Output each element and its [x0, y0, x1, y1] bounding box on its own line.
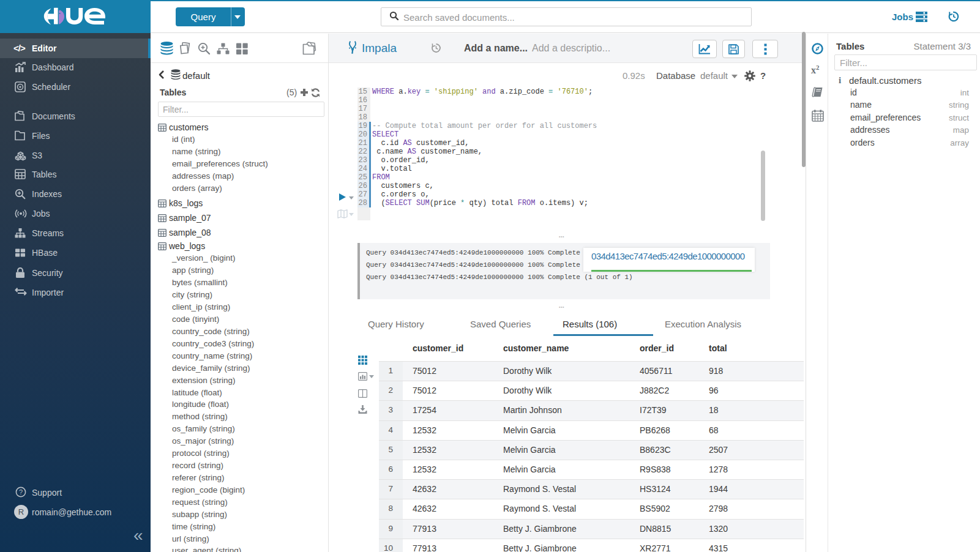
- svg-text:?: ?: [19, 488, 23, 496]
